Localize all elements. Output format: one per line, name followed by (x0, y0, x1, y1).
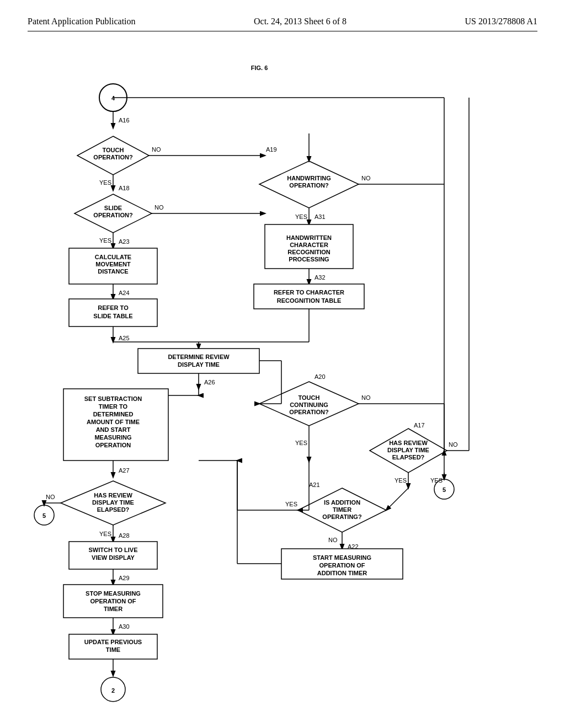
svg-text:CALCULATE: CALCULATE (95, 254, 131, 260)
svg-text:OPERATION OF: OPERATION OF (319, 562, 365, 569)
svg-text:SLIDE TABLE: SLIDE TABLE (93, 313, 132, 319)
svg-text:REFER TO CHARACTER: REFER TO CHARACTER (274, 289, 344, 296)
svg-text:A20: A20 (315, 373, 326, 380)
svg-text:A31: A31 (315, 213, 326, 220)
svg-text:5: 5 (443, 486, 446, 493)
svg-text:ADDITION TIMER: ADDITION TIMER (317, 570, 367, 576)
svg-text:MOVEMENT: MOVEMENT (95, 261, 131, 267)
svg-text:A26: A26 (204, 379, 215, 386)
svg-text:RECOGNITION TABLE: RECOGNITION TABLE (277, 297, 342, 304)
svg-text:YES: YES (99, 237, 111, 244)
svg-text:A27: A27 (119, 467, 130, 474)
svg-text:PROCESSING: PROCESSING (289, 256, 329, 263)
svg-text:A18: A18 (119, 185, 130, 191)
svg-text:A21: A21 (309, 481, 320, 488)
svg-text:OPERATING?: OPERATING? (322, 513, 362, 520)
svg-text:YES: YES (99, 179, 111, 186)
svg-text:4: 4 (111, 95, 115, 101)
svg-text:TOUCH: TOUCH (299, 394, 320, 401)
svg-text:UPDATE PREVIOUS: UPDATE PREVIOUS (84, 639, 142, 645)
page-header: Patent Application Publication Oct. 24, … (28, 17, 537, 31)
svg-text:DISPLAY TIME: DISPLAY TIME (178, 361, 220, 368)
svg-text:ELAPSED?: ELAPSED? (97, 506, 130, 513)
svg-text:NO: NO (152, 146, 161, 153)
svg-text:NO: NO (154, 204, 164, 211)
svg-text:A16: A16 (119, 117, 130, 124)
header-left: Patent Application Publication (28, 17, 136, 26)
svg-text:DISTANCE: DISTANCE (98, 268, 128, 275)
svg-text:ELAPSED?: ELAPSED? (392, 454, 425, 461)
svg-text:SLIDE: SLIDE (104, 205, 122, 211)
svg-text:HANDWRITING: HANDWRITING (287, 175, 331, 181)
svg-text:TIMER: TIMER (104, 606, 122, 612)
svg-text:CHARACTER: CHARACTER (290, 242, 328, 248)
svg-text:A28: A28 (119, 532, 130, 539)
svg-text:OPERATION: OPERATION (95, 442, 131, 448)
svg-text:START MEASURING: START MEASURING (313, 554, 371, 561)
svg-text:5: 5 (42, 512, 46, 519)
svg-text:IS ADDITION: IS ADDITION (324, 499, 360, 506)
svg-text:A19: A19 (266, 146, 277, 153)
svg-text:DISPLAY TIME: DISPLAY TIME (387, 447, 429, 453)
svg-text:CONTINUING: CONTINUING (290, 402, 328, 408)
flowchart-svg: FIG. 6 4 A16 TOUCH OPERATION? YES A18 NO (28, 42, 537, 715)
svg-line-103 (386, 488, 408, 510)
header-right: US 2013/278808 A1 (465, 17, 537, 26)
svg-text:HAS REVIEW: HAS REVIEW (389, 440, 428, 446)
svg-text:NO: NO (449, 441, 458, 448)
svg-text:DISPLAY TIME: DISPLAY TIME (92, 499, 134, 506)
svg-rect-41 (254, 284, 364, 309)
svg-text:NO: NO (328, 537, 338, 543)
svg-text:TIME: TIME (106, 646, 120, 653)
svg-text:TIMER: TIMER (333, 506, 351, 513)
svg-text:YES: YES (430, 477, 443, 484)
svg-text:NO: NO (361, 394, 371, 401)
svg-text:A24: A24 (119, 290, 130, 296)
svg-text:OPERATION?: OPERATION? (93, 154, 133, 160)
svg-text:OPERATION?: OPERATION? (289, 409, 329, 415)
page: Patent Application Publication Oct. 24, … (0, 0, 565, 728)
svg-text:OPERATION?: OPERATION? (93, 212, 133, 218)
svg-text:A23: A23 (119, 238, 130, 245)
svg-text:A32: A32 (315, 274, 326, 281)
svg-text:MEASURING: MEASURING (94, 434, 131, 441)
svg-text:A25: A25 (119, 335, 130, 341)
svg-text:SET SUBTRACTION: SET SUBTRACTION (84, 395, 142, 402)
svg-text:YES: YES (395, 477, 407, 484)
svg-text:STOP MEASURING: STOP MEASURING (86, 590, 141, 597)
svg-text:SWITCH TO LIVE: SWITCH TO LIVE (88, 547, 137, 553)
svg-text:YES: YES (295, 213, 307, 220)
svg-text:DETERMINED: DETERMINED (93, 411, 134, 417)
svg-text:REFER TO: REFER TO (98, 304, 129, 311)
svg-text:HAS REVIEW: HAS REVIEW (94, 492, 132, 499)
svg-text:OPERATION OF: OPERATION OF (90, 598, 136, 604)
svg-text:AND START: AND START (96, 426, 131, 433)
diagram-area: FIG. 6 4 A16 TOUCH OPERATION? YES A18 NO (28, 42, 537, 715)
svg-text:YES: YES (285, 501, 297, 507)
svg-text:FIG. 6: FIG. 6 (251, 65, 268, 71)
svg-text:AMOUNT OF TIME: AMOUNT OF TIME (87, 419, 140, 425)
svg-text:TOUCH: TOUCH (103, 147, 124, 153)
svg-text:2: 2 (111, 687, 115, 694)
svg-text:A29: A29 (119, 575, 130, 581)
svg-text:RECOGNITION: RECOGNITION (287, 249, 331, 255)
svg-text:HANDWRITTEN: HANDWRITTEN (286, 234, 332, 241)
svg-text:OPERATION?: OPERATION? (289, 182, 329, 189)
svg-text:VIEW DISPLAY: VIEW DISPLAY (92, 554, 135, 561)
svg-text:NO: NO (361, 175, 371, 181)
svg-text:NO: NO (46, 494, 55, 500)
header-center: Oct. 24, 2013 Sheet 6 of 8 (254, 17, 347, 26)
svg-text:DETERMINE REVIEW: DETERMINE REVIEW (168, 354, 230, 360)
svg-text:YES: YES (99, 531, 111, 537)
svg-text:A30: A30 (119, 623, 130, 630)
svg-text:YES: YES (295, 440, 307, 446)
svg-text:TIMER TO: TIMER TO (99, 403, 128, 410)
svg-text:A17: A17 (414, 422, 425, 429)
